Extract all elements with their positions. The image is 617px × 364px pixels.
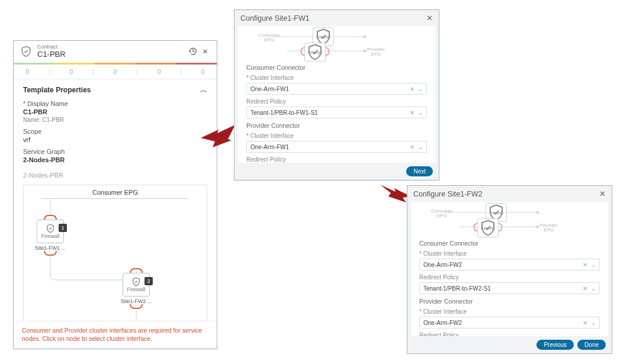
connector-top-icon	[44, 215, 57, 220]
cluster-interface-label: * Cluster Interface	[419, 250, 600, 257]
chevron-down-icon[interactable]: ⌄	[591, 262, 596, 268]
chevron-down-icon[interactable]: ⌄	[418, 86, 423, 92]
counter: 0	[24, 68, 30, 75]
provider-cluster-interface-select[interactable]: One-Arm-FW2 ✕⌄	[419, 317, 600, 328]
connector-bot-icon	[130, 304, 143, 309]
consumer-cluster-interface-select[interactable]: One-Arm-FW1 ✕⌄	[246, 83, 427, 95]
mini-provider-label: Provider EPG	[367, 47, 385, 57]
mini-node-2: Firewall	[304, 43, 326, 62]
counter: 0	[112, 68, 118, 75]
close-icon[interactable]: ✕	[199, 46, 211, 57]
clear-icon[interactable]: ✕	[583, 320, 587, 326]
chevron-down-icon[interactable]: ⌄	[418, 109, 423, 116]
redirect-policy-label: Redirect Policy	[419, 274, 600, 281]
mini-graph: Consumer EPG Firewall Firewall Provider …	[419, 205, 600, 235]
cluster-interface-label: * Cluster Interface	[246, 75, 427, 81]
service-graph-link[interactable]: 2-Nodes-PBR	[23, 172, 207, 179]
counter-row: 0| 0| 0| 0| 0	[14, 65, 217, 79]
cluster-interface-label: * Cluster Interface	[419, 308, 600, 315]
clear-icon[interactable]: ✕	[410, 86, 414, 92]
scope-value: vrf	[23, 136, 207, 143]
dialog-title: Configure Site1-FW2	[413, 190, 483, 198]
provider-cluster-interface-select[interactable]: One-Arm-FW1 ✕⌄	[246, 141, 427, 153]
display-name-label: * Display Name	[23, 100, 207, 107]
cluster-interface-label: * Cluster Interface	[246, 133, 427, 139]
svg-marker-0	[201, 125, 235, 147]
clear-icon[interactable]: ✕	[410, 109, 414, 116]
history-icon[interactable]	[187, 46, 199, 57]
configure-dialog-fw2: Configure Site1-FW2 ✕ Consumer EPG Firew…	[407, 185, 612, 354]
display-name-sub: Name: C1-PBR	[23, 117, 207, 123]
firewall-icon	[131, 277, 141, 286]
svg-point-12	[536, 211, 539, 214]
service-graph-canvas: Consumer EPG Firewall 1 Site1-FW1 ...	[23, 185, 207, 321]
section-title: Template Properties	[23, 86, 91, 94]
mini-graph: Consumer EPG Firewall Firewall Provider …	[246, 30, 427, 59]
provider-connector-head: Provider Connector	[246, 122, 427, 129]
svg-point-13	[536, 226, 539, 228]
mini-provider-label: Provider EPG	[540, 223, 558, 233]
mini-consumer-label: Consumer EPG	[431, 209, 453, 218]
contract-panel: Contract C1-PBR ✕ 0| 0| 0| 0| 0 Template…	[13, 40, 217, 349]
consumer-cluster-interface-select[interactable]: One-Arm-FW2 ✕⌄	[419, 259, 600, 270]
service-graph-label: Service Graph	[23, 148, 207, 155]
redirect-policy-label: Redirect Policy	[419, 332, 600, 336]
consumer-connector-head: Consumer Connector	[419, 240, 600, 247]
firewall-icon	[478, 219, 498, 237]
header-subtitle: Contract	[37, 44, 187, 50]
panel-header: Contract C1-PBR ✕	[14, 41, 217, 63]
connector-icon	[301, 47, 304, 56]
counter: 0	[156, 68, 162, 75]
firewall-icon	[46, 224, 55, 233]
node-name: Site1-FW2 ...	[119, 298, 153, 304]
node-index-badge: 2	[144, 277, 153, 285]
close-icon[interactable]: ✕	[426, 14, 433, 22]
consumer-redirect-policy-select[interactable]: Tenant-1/PBR-to-FW2-S1 ✕⌄	[419, 282, 600, 294]
node-index-badge: 1	[59, 224, 67, 232]
next-button[interactable]: Next	[406, 166, 433, 176]
clear-icon[interactable]: ✕	[583, 285, 587, 292]
close-icon[interactable]: ✕	[599, 189, 606, 198]
connector-bot-icon	[44, 251, 57, 256]
firewall-icon	[305, 43, 325, 61]
redirect-policy-label: Redirect Policy	[246, 156, 427, 163]
chevron-down-icon[interactable]: ⌄	[591, 320, 596, 326]
redirect-policy-label: Redirect Policy	[246, 98, 427, 105]
service-graph-value: 2-Nodes-PBR	[23, 156, 207, 163]
svg-point-5	[364, 36, 367, 38]
node-type: Firewall	[127, 286, 145, 292]
firewall-node-2[interactable]: Firewall 2 Site1-FW2 ...	[119, 268, 153, 309]
mini-node-2: Firewall	[477, 218, 499, 237]
chevron-down-icon[interactable]: ⌄	[591, 285, 596, 292]
svg-point-6	[364, 50, 367, 53]
configure-dialog-fw1: Configure Site1-FW1 ✕ Consumer EPG Firew…	[234, 9, 439, 181]
node-type: Firewall	[41, 233, 59, 239]
dialog-title: Configure Site1-FW1	[240, 14, 310, 22]
connector-top-icon	[130, 268, 143, 273]
provider-connector-head: Provider Connector	[419, 298, 600, 305]
previous-button[interactable]: Previous	[536, 340, 574, 350]
chevron-down-icon[interactable]: ⌄	[418, 144, 423, 150]
done-button[interactable]: Done	[577, 340, 606, 350]
counter: 0	[68, 68, 74, 75]
mini-consumer-label: Consumer EPG	[258, 33, 280, 43]
clear-icon[interactable]: ✕	[410, 144, 414, 150]
consumer-connector-head: Consumer Connector	[246, 64, 427, 71]
counter: 0	[200, 68, 206, 75]
consumer-redirect-policy-select[interactable]: Tenant-1/PBR-to-FW1-S1 ✕⌄	[246, 107, 427, 118]
display-name-value: C1-PBR	[23, 108, 207, 115]
connector-icon	[474, 223, 477, 231]
node-name: Site1-FW1 ...	[33, 245, 68, 251]
scope-label: Scope	[23, 128, 207, 135]
header-title: C1-PBR	[37, 50, 187, 59]
collapse-icon[interactable]: ︿	[200, 85, 207, 95]
firewall-node-1[interactable]: Firewall 1 Site1-FW1 ...	[33, 215, 68, 256]
clear-icon[interactable]: ✕	[583, 262, 587, 268]
panel-footer-warning: Consumer and Provider cluster interfaces…	[14, 321, 217, 349]
contract-icon	[20, 45, 33, 58]
